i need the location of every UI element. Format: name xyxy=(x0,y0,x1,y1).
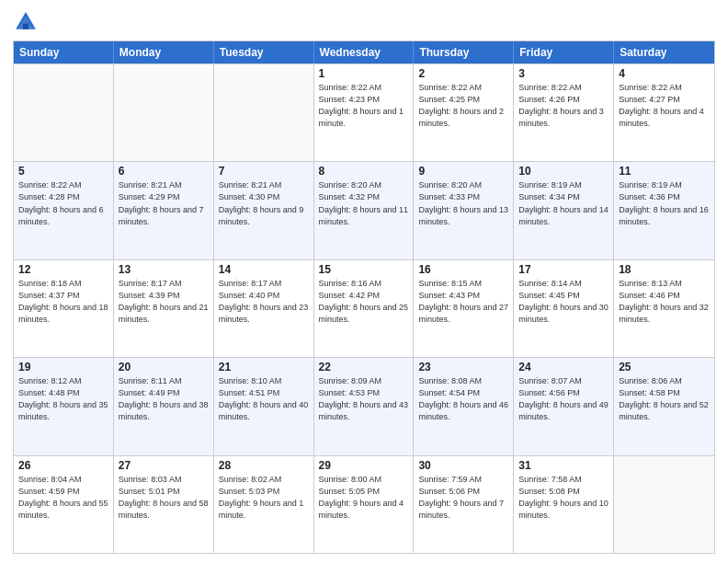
day-info: Sunrise: 8:13 AM Sunset: 4:46 PM Dayligh… xyxy=(619,278,710,326)
day-info: Sunrise: 8:18 AM Sunset: 4:37 PM Dayligh… xyxy=(18,278,108,326)
day-info: Sunrise: 8:22 AM Sunset: 4:28 PM Dayligh… xyxy=(18,179,108,227)
calendar-cell: 6Sunrise: 8:21 AM Sunset: 4:29 PM Daylig… xyxy=(114,162,214,259)
day-info: Sunrise: 8:19 AM Sunset: 4:34 PM Dayligh… xyxy=(518,179,609,227)
calendar-cell: 31Sunrise: 7:58 AM Sunset: 5:08 PM Dayli… xyxy=(514,456,614,553)
day-info: Sunrise: 8:21 AM Sunset: 4:30 PM Dayligh… xyxy=(219,179,309,227)
calendar-cell: 29Sunrise: 8:00 AM Sunset: 5:05 PM Dayli… xyxy=(314,456,415,553)
logo-icon xyxy=(13,9,39,35)
calendar-cell: 16Sunrise: 8:15 AM Sunset: 4:43 PM Dayli… xyxy=(414,260,514,357)
calendar-cell: 30Sunrise: 7:59 AM Sunset: 5:06 PM Dayli… xyxy=(414,456,514,553)
calendar-cell: 26Sunrise: 8:04 AM Sunset: 4:59 PM Dayli… xyxy=(14,456,114,553)
calendar-cell: 1Sunrise: 8:22 AM Sunset: 4:23 PM Daylig… xyxy=(314,64,415,161)
calendar-cell: 27Sunrise: 8:03 AM Sunset: 5:01 PM Dayli… xyxy=(114,456,214,553)
header xyxy=(13,9,715,35)
calendar-header-day: Wednesday xyxy=(314,41,415,63)
calendar-cell xyxy=(14,64,114,161)
day-info: Sunrise: 8:21 AM Sunset: 4:29 PM Dayligh… xyxy=(119,179,209,227)
calendar-cell: 20Sunrise: 8:11 AM Sunset: 4:49 PM Dayli… xyxy=(114,358,214,454)
day-info: Sunrise: 8:02 AM Sunset: 5:03 PM Dayligh… xyxy=(219,474,309,522)
calendar: SundayMondayTuesdayWednesdayThursdayFrid… xyxy=(13,40,715,554)
day-number: 21 xyxy=(219,361,309,373)
day-number: 25 xyxy=(619,361,710,373)
calendar-cell: 14Sunrise: 8:17 AM Sunset: 4:40 PM Dayli… xyxy=(214,260,314,357)
calendar-cell: 9Sunrise: 8:20 AM Sunset: 4:33 PM Daylig… xyxy=(414,162,514,259)
day-number: 5 xyxy=(18,165,108,178)
calendar-header-day: Friday xyxy=(514,41,614,63)
calendar-cell: 2Sunrise: 8:22 AM Sunset: 4:25 PM Daylig… xyxy=(414,64,514,161)
day-info: Sunrise: 8:09 AM Sunset: 4:53 PM Dayligh… xyxy=(319,375,409,423)
day-info: Sunrise: 8:22 AM Sunset: 4:27 PM Dayligh… xyxy=(619,82,710,130)
calendar-week: 12Sunrise: 8:18 AM Sunset: 4:37 PM Dayli… xyxy=(14,259,714,357)
day-number: 9 xyxy=(418,165,508,178)
calendar-cell xyxy=(114,64,214,161)
day-info: Sunrise: 7:58 AM Sunset: 5:08 PM Dayligh… xyxy=(518,474,609,522)
svg-rect-2 xyxy=(23,24,28,29)
day-info: Sunrise: 8:00 AM Sunset: 5:05 PM Dayligh… xyxy=(319,474,409,522)
day-info: Sunrise: 8:20 AM Sunset: 4:32 PM Dayligh… xyxy=(319,179,409,227)
calendar-cell: 23Sunrise: 8:08 AM Sunset: 4:54 PM Dayli… xyxy=(414,358,514,454)
day-number: 18 xyxy=(619,263,710,276)
calendar-cell: 22Sunrise: 8:09 AM Sunset: 4:53 PM Dayli… xyxy=(314,358,415,454)
day-info: Sunrise: 8:03 AM Sunset: 5:01 PM Dayligh… xyxy=(119,474,209,522)
day-info: Sunrise: 8:04 AM Sunset: 4:59 PM Dayligh… xyxy=(18,474,108,522)
day-number: 2 xyxy=(418,67,508,80)
calendar-body: 1Sunrise: 8:22 AM Sunset: 4:23 PM Daylig… xyxy=(14,63,714,553)
day-info: Sunrise: 7:59 AM Sunset: 5:06 PM Dayligh… xyxy=(418,474,508,522)
day-info: Sunrise: 8:17 AM Sunset: 4:39 PM Dayligh… xyxy=(119,278,209,326)
day-number: 22 xyxy=(319,361,409,373)
day-info: Sunrise: 8:08 AM Sunset: 4:54 PM Dayligh… xyxy=(418,375,508,423)
day-number: 10 xyxy=(518,165,609,178)
day-number: 15 xyxy=(319,263,409,276)
calendar-cell xyxy=(614,456,714,553)
day-number: 3 xyxy=(518,67,609,80)
calendar-cell: 21Sunrise: 8:10 AM Sunset: 4:51 PM Dayli… xyxy=(214,358,314,454)
calendar-header: SundayMondayTuesdayWednesdayThursdayFrid… xyxy=(14,41,714,63)
day-number: 17 xyxy=(518,263,609,276)
calendar-cell: 10Sunrise: 8:19 AM Sunset: 4:34 PM Dayli… xyxy=(514,162,614,259)
calendar-cell: 18Sunrise: 8:13 AM Sunset: 4:46 PM Dayli… xyxy=(614,260,714,357)
calendar-cell: 11Sunrise: 8:19 AM Sunset: 4:36 PM Dayli… xyxy=(614,162,714,259)
day-number: 14 xyxy=(219,263,309,276)
calendar-cell: 15Sunrise: 8:16 AM Sunset: 4:42 PM Dayli… xyxy=(314,260,415,357)
logo xyxy=(13,9,42,35)
calendar-header-day: Monday xyxy=(114,41,214,63)
day-info: Sunrise: 8:10 AM Sunset: 4:51 PM Dayligh… xyxy=(219,375,309,423)
day-info: Sunrise: 8:12 AM Sunset: 4:48 PM Dayligh… xyxy=(18,375,108,423)
calendar-header-day: Saturday xyxy=(614,41,714,63)
calendar-cell: 19Sunrise: 8:12 AM Sunset: 4:48 PM Dayli… xyxy=(14,358,114,454)
day-info: Sunrise: 8:16 AM Sunset: 4:42 PM Dayligh… xyxy=(319,278,409,326)
calendar-week: 5Sunrise: 8:22 AM Sunset: 4:28 PM Daylig… xyxy=(14,161,714,259)
calendar-header-day: Sunday xyxy=(14,41,114,63)
day-info: Sunrise: 8:14 AM Sunset: 4:45 PM Dayligh… xyxy=(518,278,609,326)
day-number: 30 xyxy=(418,459,508,472)
calendar-cell: 25Sunrise: 8:06 AM Sunset: 4:58 PM Dayli… xyxy=(614,358,714,454)
day-number: 7 xyxy=(219,165,309,178)
calendar-cell: 3Sunrise: 8:22 AM Sunset: 4:26 PM Daylig… xyxy=(514,64,614,161)
day-number: 27 xyxy=(119,459,209,472)
day-number: 13 xyxy=(119,263,209,276)
calendar-cell xyxy=(214,64,314,161)
day-number: 28 xyxy=(219,459,309,472)
day-info: Sunrise: 8:11 AM Sunset: 4:49 PM Dayligh… xyxy=(119,375,209,423)
calendar-cell: 12Sunrise: 8:18 AM Sunset: 4:37 PM Dayli… xyxy=(14,260,114,357)
day-number: 11 xyxy=(619,165,710,178)
day-number: 29 xyxy=(319,459,409,472)
calendar-week: 1Sunrise: 8:22 AM Sunset: 4:23 PM Daylig… xyxy=(14,63,714,161)
day-number: 19 xyxy=(18,361,108,373)
day-number: 4 xyxy=(619,67,710,80)
calendar-cell: 13Sunrise: 8:17 AM Sunset: 4:39 PM Dayli… xyxy=(114,260,214,357)
day-info: Sunrise: 8:17 AM Sunset: 4:40 PM Dayligh… xyxy=(219,278,309,326)
page: SundayMondayTuesdayWednesdayThursdayFrid… xyxy=(0,0,728,563)
calendar-header-day: Thursday xyxy=(414,41,514,63)
day-number: 31 xyxy=(518,459,609,472)
day-number: 20 xyxy=(119,361,209,373)
day-number: 6 xyxy=(119,165,209,178)
day-info: Sunrise: 8:06 AM Sunset: 4:58 PM Dayligh… xyxy=(619,375,710,423)
day-number: 12 xyxy=(18,263,108,276)
day-info: Sunrise: 8:20 AM Sunset: 4:33 PM Dayligh… xyxy=(418,179,508,227)
day-info: Sunrise: 8:22 AM Sunset: 4:23 PM Dayligh… xyxy=(319,82,409,130)
day-number: 16 xyxy=(418,263,508,276)
calendar-cell: 7Sunrise: 8:21 AM Sunset: 4:30 PM Daylig… xyxy=(214,162,314,259)
day-info: Sunrise: 8:19 AM Sunset: 4:36 PM Dayligh… xyxy=(619,179,710,227)
calendar-week: 26Sunrise: 8:04 AM Sunset: 4:59 PM Dayli… xyxy=(14,455,714,553)
